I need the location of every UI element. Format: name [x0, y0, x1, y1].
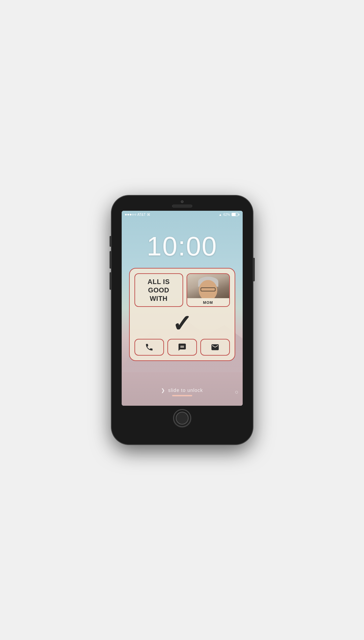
portrait	[187, 274, 229, 298]
all-is-good-text: ALL ISGOODWITH	[148, 278, 170, 303]
status-bar: AT&T ⌘ ▲ 62%	[122, 211, 243, 218]
widget-container: ALL ISGOODWITH	[129, 268, 235, 361]
checkmark-icon: ✓	[172, 312, 192, 335]
signal-dot-4	[132, 214, 134, 215]
battery-fill	[232, 213, 236, 216]
wifi-icon: ⌘	[147, 213, 150, 216]
speaker-grill	[172, 205, 192, 207]
location-icon: ▲	[219, 213, 222, 216]
volume-up-button[interactable]	[110, 251, 111, 269]
glasses	[201, 287, 216, 291]
chevron-icon: ❯	[161, 388, 165, 393]
battery-percent: 62%	[223, 213, 230, 216]
carrier-label: AT&T	[137, 213, 146, 216]
battery-indicator	[232, 213, 239, 216]
slide-to-unlock: ❯ slide to unlock	[161, 388, 203, 393]
checkmark-area: ✓	[134, 310, 230, 337]
signal-dot-5	[134, 214, 136, 215]
mute-button[interactable]	[110, 236, 111, 247]
message-icon	[178, 343, 187, 352]
home-button-inner	[176, 412, 189, 425]
status-right: ▲ 62%	[219, 213, 239, 216]
volume-down-button[interactable]	[110, 272, 111, 290]
mail-button[interactable]	[200, 339, 230, 356]
home-indicator-bar	[172, 395, 192, 396]
phone-icon	[145, 343, 154, 352]
phone-button[interactable]	[134, 339, 164, 356]
widget-top-row: ALL ISGOODWITH	[134, 273, 230, 307]
lock-screen-clock: 10:00	[122, 231, 243, 262]
all-is-good-box: ALL ISGOODWITH	[134, 273, 183, 307]
mail-icon	[211, 343, 219, 352]
signal-dot-2	[127, 214, 129, 215]
message-button[interactable]	[167, 339, 197, 356]
face	[199, 277, 217, 298]
contact-name-bar: MOM	[187, 298, 229, 306]
contact-photo	[187, 274, 229, 298]
action-row	[134, 339, 230, 356]
status-left: AT&T ⌘	[125, 213, 151, 216]
battery-body	[232, 213, 238, 216]
contact-name: MOM	[203, 301, 213, 305]
signal-dot-1	[125, 214, 127, 215]
phone-frame: AT&T ⌘ ▲ 62% 10:00 ALL ISGOODW	[112, 196, 253, 444]
front-camera	[181, 200, 184, 203]
contact-box[interactable]: MOM	[187, 273, 230, 307]
signal-indicator	[125, 214, 136, 215]
home-button[interactable]	[173, 409, 191, 427]
slide-to-unlock-text: slide to unlock	[168, 388, 203, 393]
bottom-bar: ❯ slide to unlock	[122, 388, 243, 396]
signal-dot-3	[130, 214, 131, 215]
phone-screen: AT&T ⌘ ▲ 62% 10:00 ALL ISGOODW	[122, 211, 243, 406]
phone-top	[112, 196, 253, 207]
power-button[interactable]	[253, 258, 255, 281]
battery-tip	[239, 214, 239, 215]
